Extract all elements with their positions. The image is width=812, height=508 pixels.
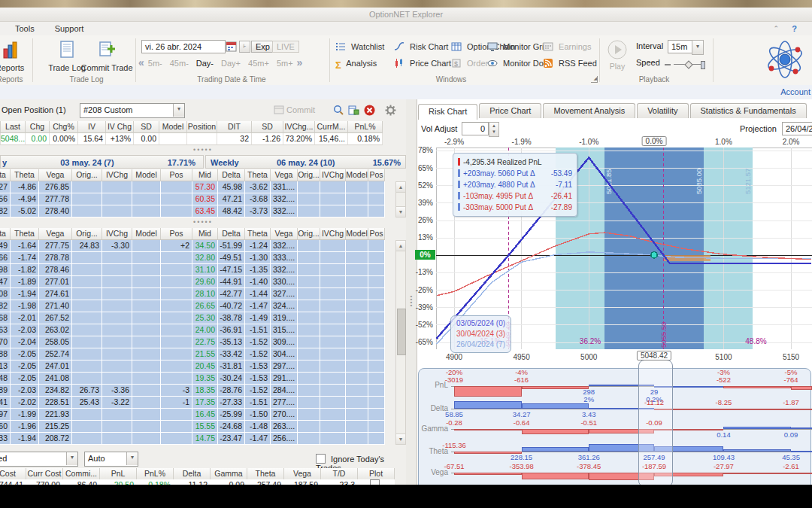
- column-header[interactable]: SD: [134, 121, 159, 133]
- calendar-icon[interactable]: [226, 41, 238, 54]
- column-header[interactable]: Orig...: [72, 169, 102, 181]
- table-row[interactable]: 3.60-1.96215.2515.55-24.68-1.48263....: [0, 421, 385, 433]
- column-header[interactable]: IVChg: [320, 169, 346, 181]
- table-row[interactable]: 2.33-1.94208.7214.75-23.47-1.47256....: [0, 433, 385, 445]
- scroll-down-icon[interactable]: ▼: [396, 433, 405, 444]
- column-header[interactable]: Theta: [247, 468, 284, 480]
- table-row[interactable]: 3.49-1.64277.7524.83-3.30+234.50-51.99-1…: [0, 240, 385, 252]
- tab-risk-chart[interactable]: Risk Chart: [418, 104, 477, 120]
- column-header[interactable]: Orig...: [298, 228, 320, 240]
- nav-forward-icon[interactable]: »: [297, 56, 303, 68]
- tab-statistics[interactable]: Statistics & Fundamentals: [690, 103, 807, 118]
- nav-5m-minus[interactable]: 5m-: [148, 56, 162, 70]
- column-header[interactable]: IVChg...: [283, 121, 315, 133]
- play-button[interactable]: Play: [604, 39, 630, 71]
- column-header[interactable]: elta: [0, 169, 11, 181]
- column-header[interactable]: DIT: [217, 121, 252, 133]
- risk-chart-button[interactable]: Risk Chart: [394, 40, 448, 53]
- menu-support[interactable]: Support: [46, 22, 93, 35]
- column-header[interactable]: Theta: [245, 169, 271, 181]
- scrollbar-thumb[interactable]: [397, 309, 406, 355]
- column-header[interactable]: PnL: [100, 468, 137, 480]
- speed-minus-icon[interactable]: [665, 64, 671, 65]
- ribbon-collapse-icon[interactable]: ⌃: [773, 22, 779, 35]
- table-row[interactable]: 6.56-4.94277.7860.3547.21-3.68332....: [0, 193, 385, 205]
- position-combo[interactable]: #208 Custom ▾: [80, 103, 185, 118]
- menu-tools[interactable]: Tools: [6, 22, 44, 35]
- column-header[interactable]: elta: [0, 228, 11, 240]
- column-header[interactable]: Theta: [11, 228, 39, 240]
- column-header[interactable]: Model: [159, 121, 187, 133]
- analysis-button[interactable]: Σ Analysis: [335, 56, 377, 70]
- grid2-scrollbar[interactable]: ▲ ▼: [395, 240, 406, 445]
- column-header[interactable]: Last: [1, 121, 26, 133]
- table-row[interactable]: 8.68-2.01267.5225.30-38.78-1.49319....: [0, 312, 385, 324]
- column-header[interactable]: Mid: [192, 228, 218, 240]
- column-header[interactable]: Cost: [0, 468, 26, 480]
- table-row[interactable]: 0.82-1.98271.4026.65-40.72-1.47324....: [0, 300, 385, 312]
- column-header[interactable]: Mid: [192, 169, 218, 181]
- column-header[interactable]: Vega: [271, 169, 298, 181]
- splitter-handle[interactable]: •••••: [0, 220, 406, 227]
- column-header[interactable]: Orig...: [72, 228, 102, 240]
- nav-45m-plus[interactable]: 45m+: [248, 56, 269, 70]
- vol-adjust-spinner[interactable]: ▲▼: [489, 122, 499, 137]
- column-header[interactable]: IVChg: [102, 228, 132, 240]
- exp-button[interactable]: Exp: [251, 41, 274, 53]
- nav-day-plus[interactable]: Day+: [221, 56, 241, 70]
- commit-trade-button[interactable]: Commit Trade: [75, 38, 138, 72]
- reports-button[interactable]: Reports: [0, 38, 36, 72]
- column-header[interactable]: T/D: [321, 468, 358, 480]
- nav-45m-minus[interactable]: 45m-: [170, 56, 189, 70]
- table-row[interactable]: 3.08-1.94274.6128.10-42.77-1.44327....: [0, 288, 385, 300]
- speed-slider-thumb[interactable]: [684, 60, 692, 68]
- table-row[interactable]: 1.13-2.05247.0120.45-31.81-1.53297....: [0, 360, 385, 373]
- table-row[interactable]: 7.82-5.02278.4063.4548.42-3.73332....: [0, 205, 385, 217]
- table-row[interactable]: 5.41-2.02228.5125.43-3.22-117.35-27.33-1…: [0, 397, 385, 409]
- tab-price-chart[interactable]: Price Chart: [479, 103, 541, 118]
- column-header[interactable]: IV: [78, 121, 106, 133]
- column-header[interactable]: CurrM...: [315, 121, 348, 133]
- column-header[interactable]: Pos: [368, 169, 385, 181]
- table-row[interactable]: 5.47-1.89277.0129.60-44.91-1.40330....: [0, 276, 385, 288]
- interval-value[interactable]: 15m: [668, 40, 695, 53]
- column-header[interactable]: Theta: [245, 228, 271, 240]
- column-header[interactable]: Vega: [39, 228, 72, 240]
- column-header[interactable]: Vega: [284, 468, 321, 480]
- scroll-up-icon[interactable]: ▲: [396, 241, 405, 251]
- column-header[interactable]: Model: [346, 228, 368, 240]
- table-row[interactable]: 9.48-2.05241.0819.35-30.24-1.53291....: [0, 373, 385, 385]
- nav-back-icon[interactable]: «: [138, 56, 144, 68]
- scroll-down-icon[interactable]: ▼: [396, 206, 405, 217]
- tab-volatility[interactable]: Volatility: [637, 103, 688, 118]
- column-header[interactable]: Vega: [39, 169, 72, 181]
- table-row[interactable]: 4.97-1.99221.9316.45-25.99-1.50270....: [0, 409, 385, 421]
- settings-gear-icon[interactable]: [385, 105, 396, 117]
- help-icon[interactable]: ?: [792, 22, 797, 35]
- table-row[interactable]: 5.63-2.03263.0224.00-36.91-1.51315....: [0, 324, 385, 336]
- interval-dropdown-icon[interactable]: ▾: [692, 40, 704, 55]
- orders-button[interactable]: $ Orders: [451, 56, 492, 70]
- scroll-up-icon[interactable]: ▲: [396, 182, 405, 193]
- column-header[interactable]: Delta: [174, 468, 211, 480]
- strategy-combo[interactable]: ned ▾: [0, 452, 78, 467]
- column-header[interactable]: Delta: [218, 169, 245, 181]
- column-header[interactable]: Chg%: [50, 121, 78, 133]
- rss-feed-button[interactable]: RSS Feed: [543, 56, 597, 70]
- column-header[interactable]: Commi...: [63, 468, 100, 480]
- vol-adjust-input[interactable]: 0: [462, 122, 489, 135]
- column-header[interactable]: Model: [346, 169, 368, 181]
- live-button[interactable]: LIVE: [272, 41, 299, 53]
- column-header[interactable]: Curr Cost: [26, 468, 63, 480]
- column-header[interactable]: Orig...: [298, 169, 320, 181]
- table-row[interactable]: 7.98-1.82278.4631.10-47.15-1.35332....: [0, 264, 385, 276]
- column-header[interactable]: Position: [187, 121, 217, 133]
- column-header[interactable]: Pos: [161, 228, 192, 240]
- column-header[interactable]: IV Chg: [106, 121, 134, 133]
- grid1-scrollbar[interactable]: ▲ ▼: [395, 181, 406, 217]
- column-header[interactable]: PnL%: [348, 121, 383, 133]
- monitor-dock-button[interactable]: Monitor Dock: [487, 56, 552, 70]
- close-position-icon[interactable]: [364, 105, 375, 117]
- earnings-button[interactable]: Earnings: [543, 40, 591, 53]
- splitter-handle[interactable]: •••••: [0, 148, 406, 154]
